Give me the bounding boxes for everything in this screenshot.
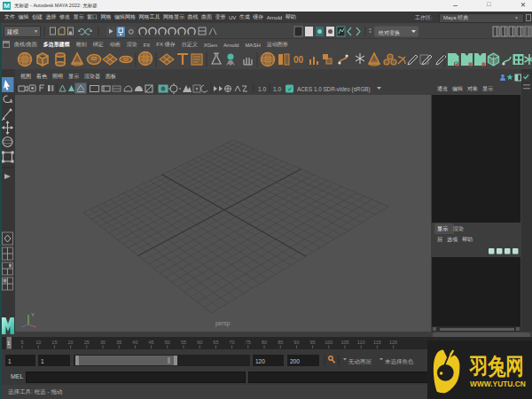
svg-text:75: 75 [246, 340, 251, 345]
svg-text:70: 70 [230, 340, 235, 345]
svg-text:5: 5 [20, 340, 23, 345]
svg-text:1.0: 1.0 [258, 86, 266, 92]
svg-text:✓: ✓ [287, 86, 293, 92]
svg-text:1.0: 1.0 [273, 86, 281, 92]
svg-text:15: 15 [51, 340, 57, 345]
svg-text:120: 120 [389, 340, 397, 345]
svg-text:40: 40 [132, 340, 137, 345]
svg-text:35: 35 [116, 340, 121, 345]
svg-text:45: 45 [149, 340, 154, 345]
svg-text:30: 30 [100, 340, 106, 345]
svg-text:50: 50 [165, 340, 170, 345]
svg-text:200: 200 [290, 358, 300, 364]
svg-text:85: 85 [278, 340, 283, 345]
svg-text:ACES 1.0 SDR-video (sRGB): ACES 1.0 SDR-video (sRGB) [297, 86, 371, 93]
svg-text:95: 95 [310, 340, 316, 345]
svg-text:115: 115 [373, 340, 381, 345]
svg-text:00: 00 [293, 55, 304, 65]
svg-text:25: 25 [84, 340, 90, 345]
svg-text:105: 105 [340, 340, 348, 345]
svg-text:20: 20 [68, 340, 74, 345]
svg-text:80: 80 [262, 340, 267, 345]
svg-text:10: 10 [35, 340, 41, 345]
svg-text:1: 1 [41, 358, 44, 364]
svg-text:60: 60 [197, 340, 202, 345]
svg-text:90: 90 [293, 340, 299, 345]
svg-text:55: 55 [181, 340, 186, 345]
svg-text:110: 110 [357, 340, 365, 345]
svg-text:绝对变换: 绝对变换 [378, 29, 400, 36]
svg-text:120: 120 [255, 358, 265, 364]
svg-text:未选择角色: 未选择角色 [385, 358, 414, 365]
svg-text:65: 65 [213, 340, 218, 345]
svg-text:无动画层: 无动画层 [348, 358, 372, 365]
svg-text:1: 1 [8, 358, 12, 364]
svg-text:100: 100 [325, 340, 332, 345]
